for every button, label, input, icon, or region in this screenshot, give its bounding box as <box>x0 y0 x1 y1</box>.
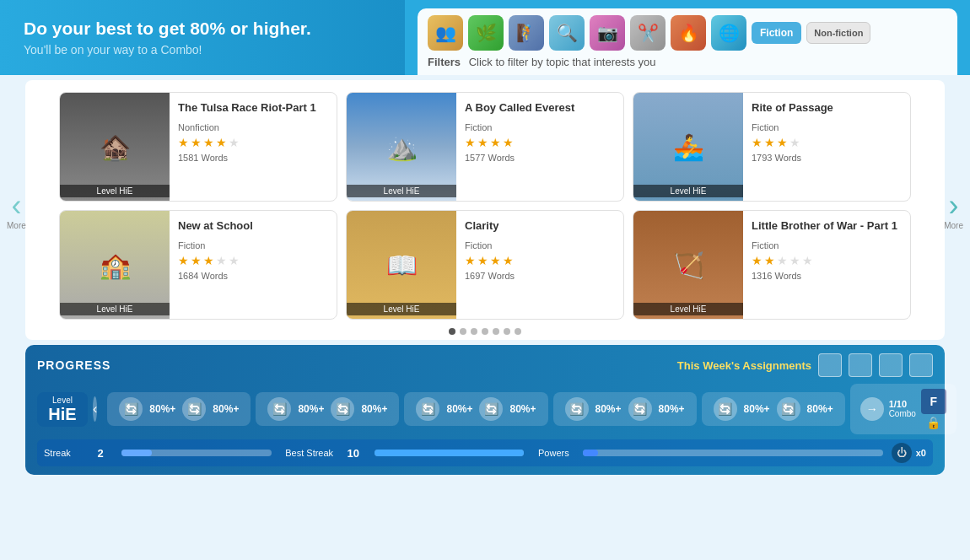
score-block-4[interactable]: 🔄 80%+ 🔄 80%+ <box>553 392 697 426</box>
score-label-3: 80%+ <box>446 403 472 415</box>
book-stars-1: ★★★★ <box>465 136 615 149</box>
score-label-2: 80%+ <box>298 403 324 415</box>
book-title-5: Little Brother of War - Part 1 <box>752 219 902 234</box>
book-card-2[interactable]: 🚣 Level HiE Rite of Passage Fiction ★★★★… <box>633 92 911 202</box>
nonfiction-filter-btn[interactable]: Non-fiction <box>806 22 870 44</box>
assignment-box-4[interactable] <box>909 353 933 377</box>
book-info-2: Rite of Passage Fiction ★★★★ 1793 Words <box>743 93 910 201</box>
score-label-4b: 80%+ <box>659 403 685 415</box>
book-card-3[interactable]: 🏫 Level HiE New at School Fiction ★★★★★ … <box>59 210 337 320</box>
book-card-0[interactable]: 🏚️ Level HiE The Tulsa Race Riot-Part 1 … <box>59 92 337 202</box>
combo-sub: Combo <box>889 409 916 418</box>
score-icon-4: 🔄 <box>565 397 589 421</box>
score-icon-5b: 🔄 <box>777 397 800 421</box>
book-stars-5: ★★★★★ <box>752 254 902 267</box>
people-filter-btn[interactable]: 👥 <box>428 15 463 51</box>
score-block-1[interactable]: 🔄 80%+ 🔄 80%+ <box>107 392 251 426</box>
book-stars-0: ★★★★★ <box>178 136 328 149</box>
score-icon-1b: 🔄 <box>182 397 206 421</box>
main-content-area: ‹ More › More 🏚️ Level HiE The Tulsa Rac… <box>25 80 945 340</box>
person-filter-btn[interactable]: 🧗 <box>509 15 544 51</box>
lock-icon: 🔒 <box>926 416 940 429</box>
score-icon-4b: 🔄 <box>628 397 652 421</box>
book-genre-0: Nonfiction <box>178 122 328 132</box>
tools-filter-btn[interactable]: ✂️ <box>630 15 666 51</box>
world-filter-btn[interactable]: 🌐 <box>711 15 746 51</box>
level-nav-left[interactable]: ‹ <box>93 396 97 422</box>
combo-block: → 1/10 Combo F 🔒 <box>850 384 957 434</box>
book-words-1: 1577 Words <box>465 153 615 163</box>
book-words-0: 1581 Words <box>178 153 328 163</box>
score-icon-3: 🔄 <box>416 397 439 421</box>
book-thumb-1: ⛰️ Level HiE <box>347 93 456 201</box>
fiction-filter-btn[interactable]: Fiction <box>752 22 801 44</box>
level-label: Level <box>46 396 79 405</box>
book-genre-1: Fiction <box>465 122 615 132</box>
globe-filter-btn[interactable]: 🌿 <box>468 15 504 51</box>
assignments-label: This Week's Assignments <box>677 359 811 372</box>
book-thumb-5: 🏹 Level HiE <box>633 211 743 319</box>
score-label-5: 80%+ <box>744 403 770 415</box>
streak-value: 2 <box>88 447 113 460</box>
score-icon-2: 🔄 <box>267 397 291 421</box>
level-badge-5: Level HiE <box>633 303 743 315</box>
pagination-dots <box>59 325 911 337</box>
book-card-4[interactable]: 📖 Level HiE Clarity Fiction ★★★★ 1697 Wo… <box>346 210 624 320</box>
book-card-5[interactable]: 🏹 Level HiE Little Brother of War - Part… <box>633 210 911 320</box>
filter-area: 👥 🌿 🧗 🔍 📷 ✂️ 🔥 🌐 Fiction Non-fiction Fil… <box>405 0 970 75</box>
camera-filter-btn[interactable]: 📷 <box>590 15 625 51</box>
best-streak-value: 10 <box>341 447 366 460</box>
nav-right[interactable]: › More <box>944 191 963 230</box>
level-badge-1: Level HiE <box>347 185 456 197</box>
combo-circle-icon: → <box>860 397 884 421</box>
magnify-filter-btn[interactable]: 🔍 <box>549 15 585 51</box>
level-badge: Level HiE <box>37 392 88 427</box>
chevron-left-icon: ‹ <box>11 191 21 221</box>
book-stars-2: ★★★★ <box>752 136 902 149</box>
score-block-2[interactable]: 🔄 80%+ 🔄 80%+ <box>256 392 399 426</box>
score-icon-2b: 🔄 <box>331 397 354 421</box>
book-genre-2: Fiction <box>752 122 902 132</box>
score-label-2b: 80%+ <box>361 403 387 415</box>
book-thumb-0: 🏚️ Level HiE <box>60 93 170 201</box>
powers-label: Powers <box>532 448 574 458</box>
powers-count: x0 <box>916 448 926 458</box>
book-grid: 🏚️ Level HiE The Tulsa Race Riot-Part 1 … <box>59 87 911 325</box>
book-thumb-2: 🚣 Level HiE <box>633 93 743 201</box>
streak-label: Streak <box>44 448 86 458</box>
banner: Do your best to get 80% or higher. You'l… <box>0 0 405 75</box>
score-label-4: 80%+ <box>595 403 622 415</box>
book-info-4: Clarity Fiction ★★★★ 1697 Words <box>456 211 623 319</box>
fire-filter-btn[interactable]: 🔥 <box>671 15 706 51</box>
assignment-box-1[interactable] <box>818 353 842 377</box>
score-icon-3b: 🔄 <box>479 397 503 421</box>
level-value: HiE <box>46 405 79 423</box>
book-info-0: The Tulsa Race Riot-Part 1 Nonfiction ★★… <box>170 93 337 201</box>
score-label-5b: 80%+ <box>807 403 833 415</box>
score-block-5[interactable]: 🔄 80%+ 🔄 80%+ <box>702 392 845 426</box>
assignment-box-3[interactable] <box>879 353 903 377</box>
book-genre-3: Fiction <box>178 240 328 250</box>
book-info-1: A Boy Called Everest Fiction ★★★★ 1577 W… <box>456 93 623 201</box>
level-badge-0: Level HiE <box>60 185 170 197</box>
level-badge-3: Level HiE <box>60 303 170 315</box>
chevron-right-icon: › <box>949 191 959 221</box>
banner-headline: Do your best to get 80% or higher. <box>24 19 381 39</box>
score-label-1b: 80%+ <box>213 403 239 415</box>
level-badge-2: Level HiE <box>633 185 743 197</box>
book-thumb-4: 📖 Level HiE <box>347 211 456 319</box>
book-title-3: New at School <box>178 219 328 234</box>
book-words-5: 1316 Words <box>752 271 902 281</box>
power-button[interactable]: ⏻ <box>892 443 912 463</box>
book-words-4: 1697 Words <box>465 271 615 281</box>
book-title-1: A Boy Called Everest <box>465 101 615 116</box>
nav-left[interactable]: ‹ More <box>7 191 26 230</box>
combo-grade-box: F <box>921 389 946 414</box>
filter-description: Filters Click to filter by topic that in… <box>428 56 947 68</box>
book-words-3: 1684 Words <box>178 271 328 281</box>
score-label-3b: 80%+ <box>509 403 536 415</box>
book-card-1[interactable]: ⛰️ Level HiE A Boy Called Everest Fictio… <box>346 92 624 202</box>
assignment-box-2[interactable] <box>849 353 872 377</box>
score-label-1: 80%+ <box>149 403 175 415</box>
score-block-3[interactable]: 🔄 80%+ 🔄 80%+ <box>404 392 547 426</box>
